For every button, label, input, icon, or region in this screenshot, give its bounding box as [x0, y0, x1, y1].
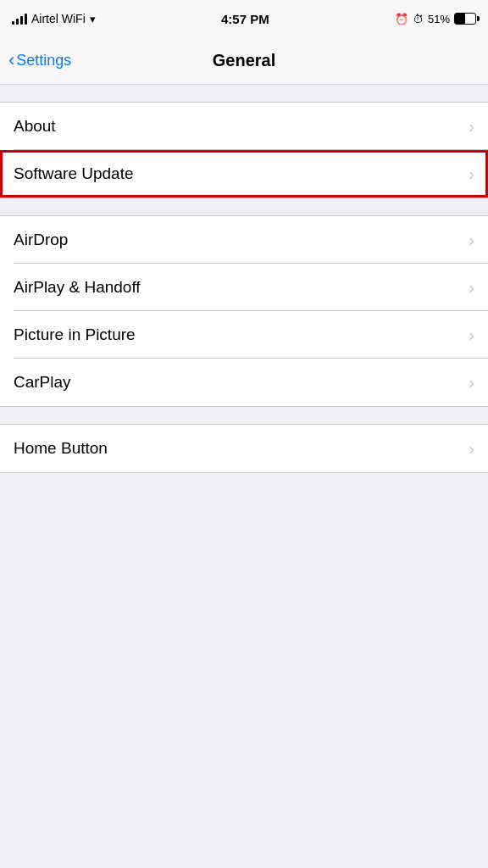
row-airdrop[interactable]: AirDrop ›: [0, 216, 488, 264]
row-software-update[interactable]: Software Update ›: [0, 150, 488, 198]
section-1: About › Software Update ›: [0, 102, 488, 198]
table-group-3: Home Button ›: [0, 424, 488, 473]
airdrop-label: AirDrop: [14, 231, 68, 249]
status-left: Airtel WiFi ▾: [12, 12, 96, 25]
signal-icon: [12, 13, 27, 25]
status-bar: Airtel WiFi ▾ 4:57 PM ⏰ ⏱ 51%: [0, 0, 488, 37]
clock-icon: ⏱: [413, 13, 424, 25]
row-home-button[interactable]: Home Button ›: [0, 425, 488, 472]
home-button-label: Home Button: [14, 439, 108, 458]
airplay-handoff-chevron-icon: ›: [469, 278, 474, 298]
table-group-1: About › Software Update ›: [0, 102, 488, 198]
row-about[interactable]: About ›: [0, 103, 488, 150]
row-picture-in-picture[interactable]: Picture in Picture ›: [0, 311, 488, 359]
picture-in-picture-label: Picture in Picture: [14, 326, 136, 344]
status-right: ⏰ ⏱ 51%: [395, 13, 476, 25]
carrier-label: Airtel WiFi: [31, 12, 86, 25]
page-title: General: [213, 51, 275, 70]
row-airplay-handoff[interactable]: AirPlay & Handoff ›: [0, 264, 488, 311]
table-group-2: AirDrop › AirPlay & Handoff › Picture in…: [0, 215, 488, 407]
status-time: 4:57 PM: [221, 12, 269, 26]
about-label: About: [14, 117, 56, 136]
battery-percent: 51%: [428, 13, 450, 25]
battery-icon: [454, 13, 476, 25]
carplay-label: CarPlay: [14, 373, 71, 392]
home-button-chevron-icon: ›: [469, 439, 474, 459]
software-update-label: Software Update: [14, 164, 134, 183]
row-carplay[interactable]: CarPlay ›: [0, 359, 488, 406]
section-3: Home Button ›: [0, 424, 488, 473]
airplay-handoff-label: AirPlay & Handoff: [14, 278, 141, 297]
content: About › Software Update › AirDrop › AirP…: [0, 102, 488, 473]
back-button[interactable]: ‹ Settings: [8, 52, 71, 70]
wifi-icon: ▾: [90, 13, 96, 25]
airdrop-chevron-icon: ›: [469, 231, 474, 250]
picture-in-picture-chevron-icon: ›: [469, 326, 474, 345]
carplay-chevron-icon: ›: [469, 373, 474, 392]
back-chevron-icon: ‹: [8, 51, 14, 70]
section-2: AirDrop › AirPlay & Handoff › Picture in…: [0, 215, 488, 407]
alarm-icon: ⏰: [395, 13, 408, 25]
about-chevron-icon: ›: [469, 117, 474, 136]
back-label: Settings: [16, 52, 71, 70]
software-update-chevron-icon: ›: [469, 164, 474, 184]
nav-bar: ‹ Settings General: [0, 37, 488, 85]
